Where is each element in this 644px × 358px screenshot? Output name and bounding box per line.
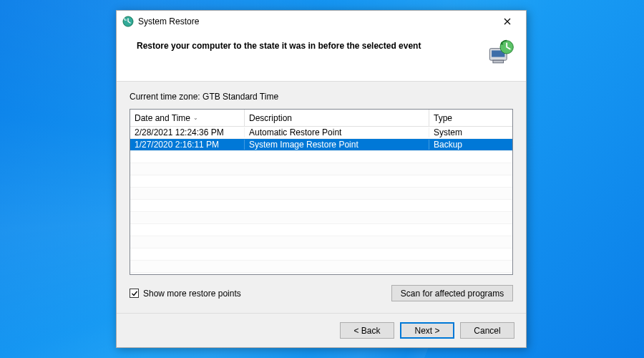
close-icon <box>504 18 511 25</box>
cell-datetime: 2/28/2021 12:24:36 PM <box>130 127 245 137</box>
table-row-empty <box>130 212 512 224</box>
column-header-label: Type <box>434 113 452 123</box>
svg-rect-3 <box>493 60 504 63</box>
titlebar: System Restore <box>117 11 526 32</box>
sort-caret-icon: ⌄ <box>193 115 198 121</box>
column-header-type[interactable]: Type <box>429 110 512 126</box>
back-button[interactable]: < Back <box>340 322 394 339</box>
table-header: Date and Time ⌄ Description Type <box>130 110 512 127</box>
column-header-description[interactable]: Description <box>245 110 429 126</box>
column-header-label: Date and Time <box>135 113 190 123</box>
table-row-empty <box>130 163 512 175</box>
restore-points-table: Date and Time ⌄ Description Type 2/28/20… <box>130 109 513 275</box>
show-more-label: Show more restore points <box>143 289 241 299</box>
wizard-footer: < Back Next > Cancel <box>117 313 526 347</box>
system-restore-dialog: System Restore Restore your computer to … <box>116 10 527 348</box>
timezone-label: Current time zone: GTB Standard Time <box>130 92 513 102</box>
show-more-checkbox[interactable] <box>130 289 139 298</box>
cell-datetime: 1/27/2020 2:16:11 PM <box>130 140 245 150</box>
cell-description: System Image Restore Point <box>245 140 429 150</box>
checkmark-icon <box>131 290 138 297</box>
cell-type: System <box>429 127 512 137</box>
scan-affected-button[interactable]: Scan for affected programs <box>391 285 513 301</box>
table-row-empty <box>130 248 512 261</box>
table-row-empty <box>130 261 512 273</box>
wizard-heading: Restore your computer to the state it wa… <box>137 38 477 51</box>
close-button[interactable] <box>493 13 522 30</box>
table-row-empty <box>130 224 512 236</box>
window-title: System Restore <box>138 16 199 26</box>
table-row[interactable]: 1/27/2020 2:16:11 PMSystem Image Restore… <box>130 139 512 151</box>
table-row-empty <box>130 175 512 188</box>
table-body: 2/28/2021 12:24:36 PMAutomatic Restore P… <box>130 127 512 274</box>
table-row-empty <box>130 151 512 163</box>
cell-type: Backup <box>429 140 512 150</box>
next-button[interactable]: Next > <box>400 322 454 339</box>
cancel-button[interactable]: Cancel <box>460 322 514 339</box>
restore-hero-icon <box>484 38 516 69</box>
table-footer-row: Show more restore points Scan for affect… <box>130 285 513 301</box>
column-header-label: Description <box>249 113 292 123</box>
table-row-empty <box>130 236 512 248</box>
table-row[interactable]: 2/28/2021 12:24:36 PMAutomatic Restore P… <box>130 127 512 139</box>
table-row-empty <box>130 188 512 200</box>
column-header-datetime[interactable]: Date and Time ⌄ <box>130 110 245 126</box>
cell-description: Automatic Restore Point <box>245 127 429 137</box>
wizard-content: Current time zone: GTB Standard Time Dat… <box>117 82 526 313</box>
system-restore-icon <box>122 16 134 27</box>
table-row-empty <box>130 200 512 212</box>
wizard-header: Restore your computer to the state it wa… <box>117 32 526 82</box>
